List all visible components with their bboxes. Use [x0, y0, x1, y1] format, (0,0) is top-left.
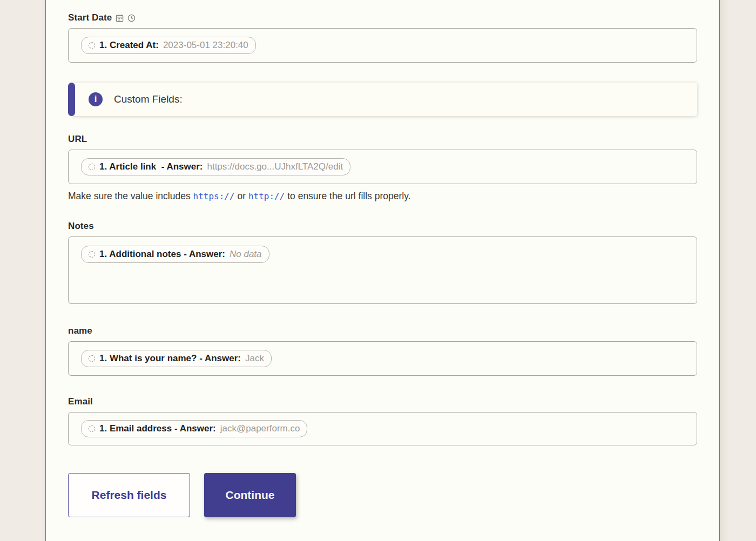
email-label: Email	[68, 396, 93, 407]
token-value: jack@paperform.co	[220, 423, 300, 434]
callout-body: i Custom Fields:	[71, 83, 697, 116]
token-label: 1. What is your name? - Answer:	[99, 353, 241, 364]
token-label: 1. Additional notes - Answer:	[99, 249, 225, 260]
url-helper-text: Make sure the value includes https:// or…	[68, 191, 697, 202]
field-name: name 1. What is your name? - Answer: Jac…	[68, 326, 697, 376]
mapped-token-email-address[interactable]: 1. Email address - Answer: jack@paperfor…	[81, 420, 307, 437]
start-date-label: Start Date	[68, 12, 112, 23]
token-label: 1. Email address - Answer:	[99, 423, 216, 434]
action-setup-panel: Start Date	[45, 0, 720, 541]
custom-fields-callout: i Custom Fields:	[68, 83, 697, 116]
info-icon: i	[89, 92, 103, 106]
notes-label: Notes	[68, 221, 94, 232]
token-label: 1. Created At:	[99, 40, 159, 51]
mapped-field-icon	[89, 425, 95, 432]
helper-text-part: Make sure the value includes	[68, 191, 193, 201]
name-label: name	[68, 326, 92, 336]
mapped-field-icon	[89, 42, 95, 49]
token-value: https://docs.go...UJhxfLTA2Q/edit	[207, 161, 343, 172]
helper-text-part: or	[235, 191, 248, 201]
mapped-field-icon	[89, 164, 95, 170]
token-value: 2023-05-01 23:20:40	[163, 40, 248, 51]
refresh-fields-button[interactable]: Refresh fields	[68, 473, 190, 517]
start-date-input[interactable]: 1. Created At: 2023-05-01 23:20:40	[68, 28, 697, 63]
calendar-icon	[116, 14, 124, 22]
mapped-token-created-at[interactable]: 1. Created At: 2023-05-01 23:20:40	[81, 37, 256, 54]
token-value: Jack	[245, 353, 264, 364]
actions-row: Refresh fields Continue	[68, 473, 697, 517]
token-label: 1. Article link - Answer:	[99, 161, 202, 172]
form-content: Start Date	[46, 0, 719, 517]
helper-code-http: http://	[248, 191, 285, 201]
helper-code-https: https://	[193, 191, 235, 201]
mapped-token-additional-notes[interactable]: 1. Additional notes - Answer: No data	[81, 246, 269, 263]
helper-text-part: to ensure the url fills properly.	[285, 191, 410, 201]
callout-text: Custom Fields:	[114, 93, 183, 105]
field-notes: Notes 1. Additional notes - Answer: No d…	[68, 221, 697, 304]
token-value: No data	[230, 249, 262, 260]
mapped-field-icon	[89, 251, 95, 258]
mapped-token-what-is-your-name[interactable]: 1. What is your name? - Answer: Jack	[81, 350, 272, 367]
field-start-date: Start Date	[68, 12, 697, 63]
url-input[interactable]: 1. Article link - Answer: https://docs.g…	[68, 150, 697, 184]
mapped-token-article-link[interactable]: 1. Article link - Answer: https://docs.g…	[81, 158, 350, 175]
name-input[interactable]: 1. What is your name? - Answer: Jack	[68, 341, 697, 376]
url-label: URL	[68, 134, 87, 145]
notes-input[interactable]: 1. Additional notes - Answer: No data	[68, 236, 697, 304]
field-email: Email 1. Email address - Answer: jack@pa…	[68, 396, 697, 445]
callout-accent-bar	[68, 83, 75, 116]
email-input[interactable]: 1. Email address - Answer: jack@paperfor…	[68, 412, 697, 445]
continue-button[interactable]: Continue	[204, 473, 296, 517]
mapped-field-icon	[89, 355, 95, 362]
clock-icon	[127, 14, 136, 22]
field-url: URL 1. Article link - Answer: https://do…	[68, 134, 697, 202]
